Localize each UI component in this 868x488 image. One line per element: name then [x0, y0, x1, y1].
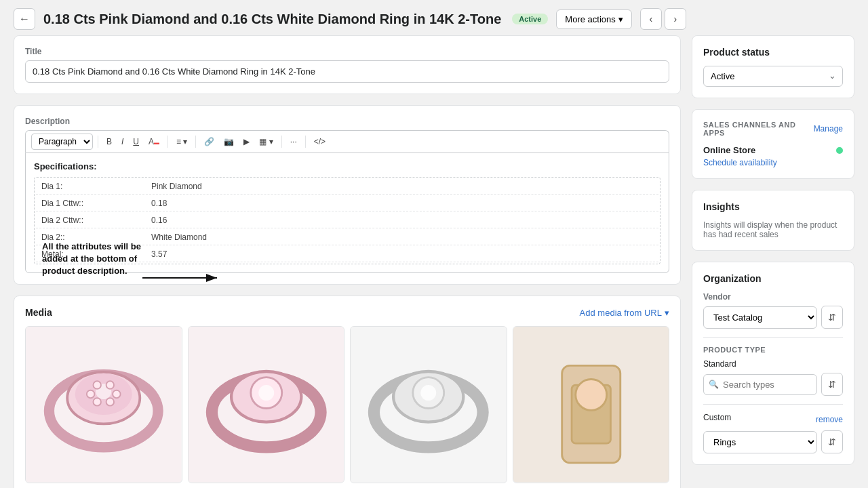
search-icon: 🔍 — [709, 380, 719, 389]
organization-title: Organization — [703, 273, 843, 284]
product-type-label: PRODUCT TYPE — [703, 346, 843, 354]
toolbar-divider-5 — [305, 136, 306, 148]
svg-point-8 — [113, 390, 120, 398]
org-divider-1 — [703, 337, 843, 338]
specs-row: Dia 1 Cttw:: 0.18 — [36, 196, 658, 211]
product-status-title: Product status — [703, 47, 843, 58]
active-badge: Active — [512, 14, 548, 24]
link-button[interactable]: 🔗 — [201, 135, 218, 148]
description-label: Description — [25, 117, 669, 126]
toolbar-divider-3 — [195, 136, 196, 148]
media-title: Media — [25, 307, 52, 318]
spec-value: Pink Diamond — [146, 179, 658, 195]
media-thumb-3[interactable] — [350, 326, 507, 483]
custom-label-row: Custom remove — [703, 413, 843, 426]
svg-point-9 — [93, 398, 100, 405]
search-types-expand-button[interactable]: ⇵ — [821, 373, 843, 396]
toolbar-divider-1 — [98, 136, 98, 148]
align-button[interactable]: ≡ ▾ — [173, 135, 191, 148]
chevron-down-icon-media: ▾ — [665, 308, 669, 318]
video-button[interactable]: ▶ — [240, 135, 253, 148]
search-types-input[interactable] — [703, 374, 817, 395]
ring-image-1 — [26, 327, 182, 483]
spec-key: Dia 2 Cttw:: — [36, 213, 144, 228]
manage-link[interactable]: Manage — [814, 124, 843, 134]
toolbar-divider-4 — [281, 136, 282, 148]
media-thumb-main[interactable] — [25, 326, 182, 483]
media-card: Media Add media from URL ▾ — [14, 296, 681, 488]
spec-key: Dia 1: — [36, 179, 144, 195]
media-thumb-2[interactable] — [188, 326, 345, 483]
svg-point-5 — [93, 381, 100, 388]
sales-channels-header: SALES CHANNELS AND APPS Manage — [703, 121, 843, 137]
specs-row: Dia 1: Pink Diamond — [36, 179, 658, 195]
spec-key: Dia 1 Cttw:: — [36, 196, 144, 211]
title-label: Title — [25, 47, 669, 56]
online-store-label: Online Store — [703, 145, 755, 155]
annotation-arrow — [142, 271, 224, 298]
search-types-wrap: 🔍 — [703, 374, 817, 395]
spec-value: White Diamond — [146, 230, 658, 245]
color-button[interactable]: A▬ — [145, 135, 163, 148]
ring-image-4 — [513, 327, 669, 483]
vendor-row: Test Catalog ⇵ — [703, 306, 843, 329]
custom-type-expand-button[interactable]: ⇵ — [821, 430, 843, 453]
svg-point-24 — [575, 379, 606, 410]
svg-point-6 — [106, 381, 114, 388]
code-button[interactable]: </> — [311, 135, 329, 148]
media-thumb-4[interactable] — [513, 326, 670, 483]
toolbar-divider-2 — [167, 136, 168, 148]
more-button[interactable]: ··· — [287, 135, 300, 148]
back-button[interactable]: ← — [14, 8, 35, 30]
status-select-wrapper: Active Draft Archived — [703, 66, 843, 87]
ring-image-3 — [351, 327, 507, 483]
spec-value: 3.57 — [146, 247, 658, 262]
more-actions-button[interactable]: More actions ▾ — [556, 9, 631, 29]
product-title-block: 0.18 Cts Pink Diamond and 0.16 Cts White… — [43, 12, 548, 27]
custom-type-select[interactable]: Rings — [703, 431, 817, 453]
standard-label: Standard — [703, 359, 843, 369]
title-card: Title — [14, 35, 681, 94]
status-select[interactable]: Active Draft Archived — [703, 66, 843, 87]
prev-product-button[interactable]: ‹ — [640, 8, 662, 30]
insights-title: Insights — [703, 201, 843, 212]
svg-point-15 — [258, 385, 274, 401]
bold-button[interactable]: B — [103, 135, 115, 148]
vendor-expand-button[interactable]: ⇵ — [821, 306, 843, 329]
sales-channels-title: SALES CHANNELS AND APPS — [703, 121, 814, 137]
table-button[interactable]: ▦ ▾ — [256, 135, 276, 148]
title-input[interactable] — [25, 60, 669, 83]
specs-row: Dia 2 Cttw:: 0.16 — [36, 213, 658, 228]
media-header: Media Add media from URL ▾ — [25, 307, 669, 318]
specs-title: Specifications: — [34, 161, 660, 171]
chevron-down-icon: ▾ — [618, 14, 623, 24]
online-store-row: Online Store — [703, 145, 843, 155]
editor-toolbar: Paragraph B I U A▬ ≡ ▾ 🔗 📷 ▶ ▦ ▾ ··· — [25, 130, 669, 152]
underline-button[interactable]: U — [130, 135, 142, 148]
insights-card: Insights Insights will display when the … — [692, 190, 854, 251]
sales-channels-card: SALES CHANNELS AND APPS Manage Online St… — [692, 109, 854, 179]
spec-value: 0.18 — [146, 196, 658, 211]
org-divider-2 — [703, 404, 843, 405]
custom-remove-button[interactable]: remove — [816, 415, 843, 424]
annotation-text: All the attributes will be added at the … — [42, 241, 151, 278]
next-product-button[interactable]: › — [665, 8, 686, 30]
vendor-label: Vendor — [703, 292, 843, 302]
schedule-availability-link[interactable]: Schedule availability — [703, 158, 843, 167]
vendor-select[interactable]: Test Catalog — [703, 306, 817, 329]
nav-arrows: ‹ › — [640, 8, 686, 30]
italic-button[interactable]: I — [118, 135, 127, 148]
image-button[interactable]: 📷 — [220, 135, 237, 148]
online-store-status-dot — [836, 147, 843, 154]
custom-label-text: Custom — [703, 413, 731, 422]
add-media-button[interactable]: Add media from URL ▾ — [580, 308, 669, 318]
paragraph-select[interactable]: Paragraph — [31, 134, 93, 150]
svg-point-10 — [106, 398, 114, 405]
search-types-row: 🔍 ⇵ — [703, 373, 843, 396]
insights-message: Insights will display when the product h… — [703, 220, 843, 239]
custom-value-row: Rings ⇵ — [703, 430, 843, 453]
svg-point-7 — [87, 390, 94, 398]
product-name-heading: 0.18 Cts Pink Diamond and 0.16 Cts White… — [43, 12, 501, 27]
product-status-card: Product status Active Draft Archived — [692, 35, 854, 98]
organization-card: Organization Vendor Test Catalog ⇵ PRODU… — [692, 262, 854, 465]
